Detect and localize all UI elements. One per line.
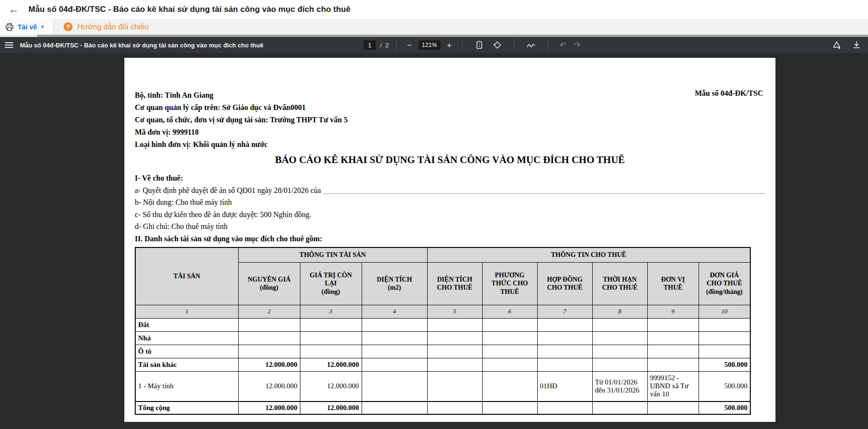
table-cell bbox=[362, 345, 427, 358]
section-1: I- Về cho thuê: a- Quyết định phê duyệt … bbox=[135, 172, 765, 245]
back-icon[interactable]: ← bbox=[9, 4, 19, 15]
pdf-toolbar-right bbox=[832, 37, 861, 53]
document-meta: Bộ, tỉnh: Tỉnh An Giang Cơ quan quản lý … bbox=[135, 89, 765, 151]
table-cell bbox=[592, 358, 647, 371]
page-count: 2 bbox=[385, 42, 389, 49]
table-cell bbox=[238, 331, 300, 345]
table-cell bbox=[647, 331, 699, 345]
item-a: a- Quyết định phê duyệt đề án số QĐ01 ng… bbox=[135, 184, 321, 197]
column-header: NGUYÊN GIÁ (đồng) bbox=[238, 262, 300, 305]
pdf-document-title: Mẫu số 04đ-ĐK/TSC - Báo cáo kê khai sử d… bbox=[20, 42, 263, 49]
download-icon[interactable] bbox=[852, 40, 861, 50]
table-cell: Tổng cộng bbox=[135, 402, 238, 414]
table-cell bbox=[362, 318, 427, 331]
undo-icon[interactable]: ↶ bbox=[556, 40, 570, 50]
table-cell bbox=[362, 331, 427, 345]
annotate-icon[interactable] bbox=[526, 40, 536, 50]
table-cell bbox=[427, 358, 482, 371]
table-cell: 12.000.000 bbox=[300, 371, 362, 402]
drive-add-icon[interactable] bbox=[832, 40, 841, 50]
table-cell: Đất bbox=[135, 318, 238, 331]
column-header: GIÁ TRỊ CÒN LẠI (đồng) bbox=[300, 262, 362, 305]
pdf-toolbar: Mẫu số 04đ-ĐK/TSC - Báo cáo kê khai sử d… bbox=[0, 37, 868, 53]
column-number-cell: 9 bbox=[647, 305, 699, 318]
column-number-cell: 8 bbox=[592, 305, 647, 318]
table-cell bbox=[482, 331, 537, 345]
zoom-in-icon[interactable]: + bbox=[444, 41, 455, 49]
table-cell bbox=[592, 402, 647, 414]
toolbar-divider bbox=[396, 40, 397, 50]
menu-icon[interactable] bbox=[5, 42, 13, 48]
table-cell bbox=[427, 371, 482, 402]
column-header: DIỆN TÍCH CHO THUÊ bbox=[427, 262, 482, 305]
table-cell bbox=[427, 402, 482, 414]
toolbar-divider bbox=[462, 40, 463, 50]
group-header-asset-info: THÔNG TIN TÀI SẢN bbox=[238, 247, 427, 262]
app-header: ← Mẫu số 04đ-ĐK/TSC - Báo cáo kê khai sử… bbox=[0, 0, 868, 19]
rotate-icon[interactable] bbox=[493, 40, 502, 50]
table-cell bbox=[482, 371, 537, 402]
table-cell bbox=[482, 402, 537, 414]
column-number-cell: 6 bbox=[482, 305, 537, 318]
table-cell bbox=[647, 358, 699, 371]
pdf-viewport[interactable]: Mẫu số 04đ-ĐK/TSC Bộ, tỉnh: Tỉnh An Gian… bbox=[0, 53, 868, 429]
table-cell: Nhà bbox=[135, 331, 238, 345]
table-cell bbox=[427, 345, 482, 358]
page-number-input[interactable]: 1 bbox=[364, 40, 376, 50]
column-number-cell: 5 bbox=[427, 305, 482, 318]
column-header: ĐƠN VỊ THUÊ bbox=[647, 262, 699, 305]
redo-icon[interactable]: ↷ bbox=[570, 40, 584, 50]
group-header-rent-info: THÔNG TIN CHO THUÊ bbox=[427, 247, 750, 262]
action-bar: Tải về ▾ ? Hướng dẫn đối chiếu bbox=[0, 19, 868, 35]
asset-table-body: 12345678910ĐấtNhàÔ tôTài sản khác12.000.… bbox=[135, 305, 750, 414]
section-2-heading: II. Danh sách tài sản sử dụng vào mục đí… bbox=[135, 233, 765, 245]
table-row: Đất bbox=[135, 318, 750, 331]
table-cell: Tài sản khác bbox=[135, 358, 238, 371]
table-cell bbox=[699, 331, 750, 345]
table-cell bbox=[592, 345, 647, 358]
table-row: Tài sản khác12.000.00012.000.000500.000 bbox=[135, 358, 750, 371]
table-cell: 12.000.000 bbox=[300, 402, 362, 414]
table-cell: 9999152 - UBND xã Tư vấn 10 bbox=[647, 371, 699, 402]
table-cell bbox=[699, 345, 750, 358]
pdf-page: Mẫu số 04đ-ĐK/TSC Bộ, tỉnh: Tỉnh An Gian… bbox=[124, 58, 775, 422]
table-cell bbox=[362, 402, 427, 414]
column-header: PHƯƠNG THỨC CHO THUÊ bbox=[482, 262, 537, 305]
table-cell bbox=[427, 331, 482, 345]
column-header: DIỆN TÍCH (m2) bbox=[362, 262, 427, 305]
download-button-label[interactable]: Tải về bbox=[18, 23, 37, 31]
download-split-button[interactable]: Tải về ▾ bbox=[0, 19, 54, 35]
table-cell: 12.000.000 bbox=[300, 358, 362, 371]
table-cell: 500.000 bbox=[699, 371, 750, 402]
table-cell: 500.000 bbox=[699, 402, 750, 414]
table-cell: 500.000 bbox=[699, 358, 750, 371]
table-cell bbox=[537, 331, 592, 345]
help-link-label[interactable]: Hướng dẫn đối chiếu bbox=[77, 23, 149, 31]
chevron-down-icon[interactable]: ▾ bbox=[41, 24, 44, 30]
asset-table: TÀI SẢN THÔNG TIN TÀI SẢN THÔNG TIN CHO … bbox=[135, 247, 751, 415]
column-number-cell: 4 bbox=[362, 305, 427, 318]
item-c: c- Số thu dự kiến theo đề án được duyệt:… bbox=[135, 209, 765, 221]
table-cell bbox=[592, 318, 647, 331]
column-number-cell: 2 bbox=[238, 305, 300, 318]
table-cell bbox=[300, 331, 362, 345]
item-b: b- Nội dung: Cho thuê máy tính bbox=[135, 196, 765, 209]
table-cell bbox=[362, 358, 427, 371]
table-cell: Từ 01/01/2026 đến 31/01/2026 bbox=[592, 371, 647, 402]
column-header: THỜI HẠN CHO THUÊ bbox=[592, 262, 647, 305]
table-cell bbox=[592, 331, 647, 345]
meta-line: Bộ, tỉnh: Tỉnh An Giang bbox=[135, 89, 765, 101]
table-cell bbox=[300, 345, 362, 358]
column-number-cell: 1 bbox=[135, 305, 238, 318]
help-link[interactable]: ? Hướng dẫn đối chiếu bbox=[54, 19, 158, 35]
fit-page-icon[interactable] bbox=[475, 40, 484, 50]
zoom-level: 121% bbox=[419, 40, 440, 50]
pdf-page-zoom-controls: 1 / 2 − 121% + ↶ ↷ bbox=[364, 37, 584, 53]
table-cell bbox=[427, 318, 482, 331]
table-cell bbox=[238, 345, 300, 358]
meta-line: Loại hình đơn vị: Khối quản lý nhà nước bbox=[135, 138, 765, 151]
item-d: d- Ghi chú: Cho thuê máy tính bbox=[135, 220, 765, 233]
zoom-out-icon[interactable]: − bbox=[404, 41, 415, 49]
table-cell: 1 - Máy tính bbox=[135, 371, 238, 402]
column-header-asset: TÀI SẢN bbox=[135, 247, 238, 305]
